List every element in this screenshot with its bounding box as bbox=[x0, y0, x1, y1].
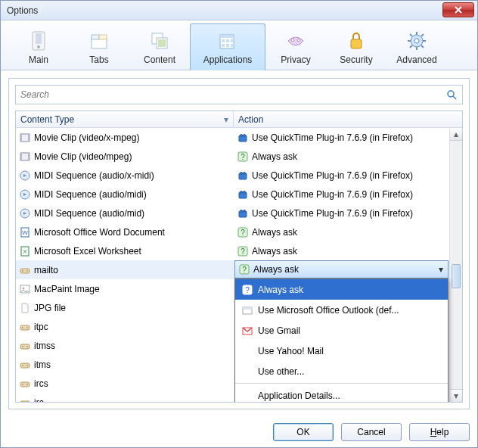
svg-text:W: W bbox=[22, 229, 28, 236]
menu-item[interactable]: ?Always ask bbox=[235, 279, 448, 300]
svg-rect-10 bbox=[220, 35, 234, 38]
svg-line-31 bbox=[453, 96, 456, 99]
cell-content-type: itms bbox=[16, 355, 234, 374]
scroll-up-icon[interactable]: ▴ bbox=[450, 128, 462, 141]
cell-action: Use QuickTime Plug-in 7.6.9 (in Firefox) bbox=[234, 166, 449, 185]
proto-icon bbox=[19, 321, 31, 333]
scrollbar[interactable]: ▴ ▾ bbox=[449, 128, 462, 402]
menu-item[interactable]: Use Yahoo! Mail bbox=[235, 341, 448, 361]
toolbar: Main Tabs Content Applications Privacy bbox=[1, 20, 477, 70]
cancel-button[interactable]: Cancel bbox=[341, 423, 402, 441]
content-type-label: MIDI Sequence (audio/midi) bbox=[34, 189, 147, 200]
menu-item[interactable]: Use other... bbox=[235, 361, 448, 381]
svg-point-45 bbox=[241, 172, 243, 174]
table-row[interactable]: WMicrosoft Office Word Document?Always a… bbox=[16, 222, 449, 241]
svg-text:?: ? bbox=[241, 229, 245, 237]
content-type-label: Movie Clip (video/mpeg) bbox=[34, 151, 132, 162]
table-row[interactable]: MIDI Sequence (audio/mid)Use QuickTime P… bbox=[16, 204, 449, 222]
tab-security[interactable]: Security bbox=[326, 23, 386, 70]
ok-button[interactable]: OK bbox=[273, 423, 334, 441]
column-action[interactable]: Action bbox=[234, 111, 462, 127]
table-row[interactable]: Movie Clip (video/mpeg)?Always ask bbox=[16, 147, 449, 166]
tab-main[interactable]: Main bbox=[8, 23, 69, 70]
column-label: Content Type bbox=[20, 114, 74, 125]
cell-action: ?Always ask bbox=[234, 222, 449, 241]
cell-action: Use QuickTime Plug-in 7.6.9 (in Firefox) bbox=[234, 128, 449, 147]
tab-label: Applications bbox=[203, 54, 253, 65]
lego-icon bbox=[237, 170, 249, 182]
cell-content-type: irc bbox=[16, 393, 234, 402]
cell-content-type: MIDI Sequence (audio/midi) bbox=[16, 185, 234, 204]
svg-rect-34 bbox=[28, 134, 29, 142]
search-box[interactable] bbox=[15, 85, 463, 104]
scroll-down-icon[interactable]: ▾ bbox=[450, 389, 462, 402]
main-icon bbox=[26, 29, 51, 53]
search-input[interactable] bbox=[20, 89, 445, 100]
tab-advanced[interactable]: Advanced bbox=[386, 23, 447, 70]
window-title: Options bbox=[7, 5, 38, 16]
cell-action: Use QuickTime Plug-in 7.6.9 (in Firefox) bbox=[234, 204, 449, 222]
menu-item[interactable]: Application Details... bbox=[235, 385, 448, 403]
svg-point-37 bbox=[244, 134, 246, 136]
chevron-down-icon: ▾ bbox=[439, 264, 445, 275]
content-type-label: mailto bbox=[34, 265, 58, 275]
svg-point-64 bbox=[22, 270, 23, 272]
outlook-icon bbox=[241, 304, 253, 316]
close-icon bbox=[452, 4, 464, 16]
column-content-type[interactable]: Content Type ▾ bbox=[16, 111, 234, 127]
table-row[interactable]: MIDI Sequence (audio/midi)Use QuickTime … bbox=[16, 185, 449, 204]
svg-rect-11 bbox=[222, 39, 225, 42]
proto-icon bbox=[19, 264, 31, 276]
scroll-thumb[interactable] bbox=[452, 264, 461, 288]
tab-content[interactable]: Content bbox=[129, 23, 190, 70]
proto-icon bbox=[19, 397, 31, 403]
cell-action: Use QuickTime Plug-in 7.6.9 (in Firefox) bbox=[234, 185, 449, 204]
content-icon bbox=[147, 29, 172, 53]
menu-item[interactable]: Use Gmail bbox=[235, 320, 448, 341]
svg-rect-39 bbox=[20, 153, 22, 160]
content-type-label: Microsoft Office Word Document bbox=[34, 227, 165, 238]
applications-panel: Content Type ▾ Action Movie Clip (video/… bbox=[8, 78, 470, 409]
tab-label: Tabs bbox=[89, 54, 108, 65]
applications-list: Content Type ▾ Action Movie Clip (video/… bbox=[15, 110, 463, 403]
tab-privacy[interactable]: Privacy bbox=[265, 23, 326, 70]
applications-icon bbox=[216, 29, 240, 53]
svg-rect-4 bbox=[92, 35, 99, 39]
svg-point-30 bbox=[448, 91, 454, 97]
action-dropdown[interactable]: ? Always ask ▾ bbox=[234, 260, 449, 278]
svg-point-80 bbox=[22, 384, 23, 385]
lego-icon bbox=[237, 207, 249, 219]
ask-icon: ? bbox=[237, 226, 249, 238]
tab-label: Main bbox=[29, 54, 48, 65]
titlebar: Options bbox=[1, 1, 477, 20]
menu-item-label: Use Yahoo! Mail bbox=[258, 346, 324, 356]
tab-tabs[interactable]: Tabs bbox=[69, 23, 129, 70]
help-button[interactable]: Help bbox=[409, 423, 470, 441]
tab-applications[interactable]: Applications bbox=[190, 23, 265, 70]
svg-point-46 bbox=[244, 172, 246, 174]
button-label: Cancel bbox=[357, 427, 385, 437]
cell-content-type: MacPaint Image bbox=[16, 279, 234, 298]
file-icon bbox=[19, 302, 31, 314]
svg-rect-8 bbox=[158, 39, 166, 47]
content-type-label: itpc bbox=[34, 322, 48, 332]
action-label: Always ask bbox=[252, 227, 297, 238]
content-type-label: irc bbox=[34, 397, 44, 403]
svg-point-69 bbox=[23, 287, 25, 289]
svg-rect-5 bbox=[99, 35, 107, 39]
svg-text:X: X bbox=[23, 248, 27, 255]
table-row[interactable]: Movie Clip (video/x-mpeg)Use QuickTime P… bbox=[16, 128, 449, 147]
close-button[interactable] bbox=[442, 2, 474, 17]
menu-item-label: Always ask bbox=[258, 285, 303, 295]
action-label: Use QuickTime Plug-in 7.6.9 (in Firefox) bbox=[252, 208, 413, 219]
film-icon bbox=[19, 132, 31, 144]
menu-item[interactable]: Use Microsoft Office Outlook (def... bbox=[235, 300, 448, 320]
tab-label: Security bbox=[340, 54, 372, 65]
svg-point-2 bbox=[37, 45, 40, 48]
table-row[interactable]: MIDI Sequence (audio/x-midi)Use QuickTim… bbox=[16, 166, 449, 185]
proto-icon bbox=[19, 378, 31, 390]
cell-content-type: itpc bbox=[16, 317, 234, 336]
svg-rect-79 bbox=[20, 382, 29, 387]
table-row[interactable]: XMicrosoft Excel Worksheet?Always ask bbox=[16, 241, 449, 260]
svg-rect-16 bbox=[231, 44, 234, 47]
